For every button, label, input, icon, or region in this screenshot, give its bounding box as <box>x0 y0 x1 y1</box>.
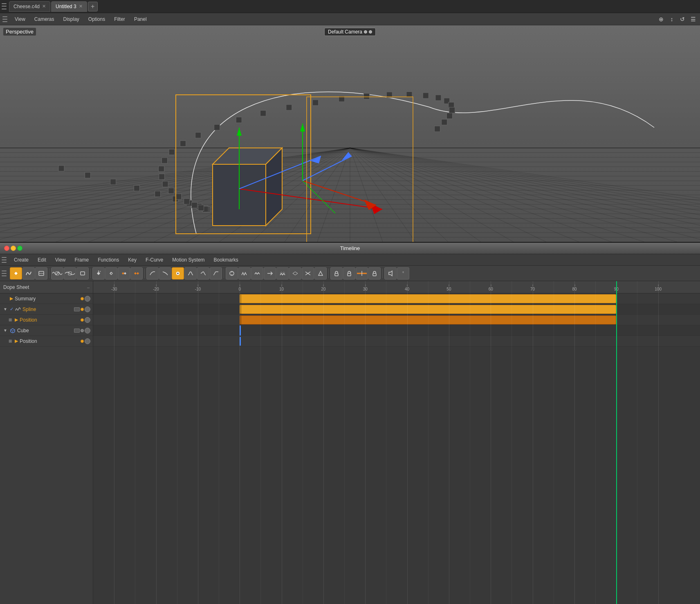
cube-pos-checkbox[interactable] <box>85 338 90 344</box>
toolbar-scale-btn[interactable] <box>289 267 301 280</box>
window-close-button[interactable] <box>4 246 9 251</box>
toolbar-smooth-btn[interactable] <box>197 267 209 280</box>
track-lane-cube[interactable] <box>93 325 700 336</box>
toolbar-motion-mode[interactable] <box>35 267 47 280</box>
toolbar-lock4-btn[interactable] <box>368 267 381 280</box>
viewport-menu-icon[interactable]: ☰ <box>689 15 698 24</box>
track-lane-cube-position[interactable] <box>93 336 700 347</box>
viewport-menu-filter[interactable]: Filter <box>110 15 129 23</box>
toolbar-group-curves2 <box>226 267 327 280</box>
toolbar-add-key4[interactable] <box>130 267 143 280</box>
toolbar-continue-btn[interactable] <box>264 267 276 280</box>
spline-position-expand[interactable]: ⊞ <box>7 317 13 323</box>
track-row-cube[interactable]: ▼ Cube <box>0 325 93 336</box>
spline-checkbox[interactable] <box>85 306 90 312</box>
ruler-tick-0: 0 <box>238 287 241 291</box>
viewport-menu-cameras[interactable]: Cameras <box>30 15 58 23</box>
tab-untitled3[interactable]: Untitled 3 ✕ <box>51 1 87 12</box>
track-lane-summary[interactable] <box>93 293 700 304</box>
ruler-tick--10: -10 <box>195 287 201 291</box>
toolbar-audio-btn[interactable] <box>384 267 397 280</box>
keyframe-block[interactable] <box>240 305 616 314</box>
cube-expand[interactable]: ▼ <box>2 328 8 333</box>
tab-cheese-close[interactable]: ✕ <box>42 4 46 9</box>
track-row-cube-position[interactable]: ⊞ ▶ Position <box>0 336 93 347</box>
spline-expand[interactable]: ▼ <box>2 306 8 312</box>
keyframe-block-blue2[interactable] <box>240 325 241 336</box>
toolbar-ease2-btn[interactable] <box>159 267 171 280</box>
toolbar-degrees-btn[interactable]: ° <box>397 267 409 280</box>
toolbar-triangle-btn[interactable] <box>314 267 327 280</box>
ruler-tick-100: 100 <box>655 287 662 291</box>
timeline-menu-frame[interactable]: Frame <box>71 256 93 264</box>
toolbar-lock1-btn[interactable] <box>330 267 343 280</box>
cube-position-expand[interactable]: ⊞ <box>7 338 13 344</box>
viewport-canvas <box>0 25 700 242</box>
tab-untitled3-close[interactable]: ✕ <box>79 4 83 9</box>
camera-label-text: Default Camera <box>328 29 362 35</box>
cube-position-track-name: Position <box>20 338 79 344</box>
viewport-menu-panel[interactable]: Panel <box>130 15 151 23</box>
timeline-ruler[interactable]: -30-20-100102030405060708090100 <box>93 281 700 293</box>
timeline-menu-key[interactable]: Key <box>124 256 141 264</box>
viewport-scale-icon[interactable]: ↕ <box>667 15 676 24</box>
toolbar-relative-btn[interactable] <box>276 267 289 280</box>
viewport-menu-display[interactable]: Display <box>59 15 83 23</box>
toolbar-lock2-btn[interactable] <box>343 267 355 280</box>
toolbar-add-key3[interactable] <box>118 267 130 280</box>
toolbar-add-key2[interactable]: + <box>105 267 117 280</box>
track-row-spline-position[interactable]: ⊞ ▶ Position <box>0 315 93 325</box>
viewport-rotate-icon[interactable]: ↺ <box>678 15 687 24</box>
viewport-3d[interactable]: Perspective Default Camera <box>0 25 700 242</box>
toolbar-clamp2-btn[interactable] <box>302 267 314 280</box>
keyframe-block[interactable] <box>240 294 616 303</box>
keyframe-block[interactable] <box>240 315 616 324</box>
timeline-title: Timeline <box>340 245 360 251</box>
track-row-summary[interactable]: ▶ Summary <box>0 293 93 304</box>
svg-rect-16 <box>373 273 376 276</box>
summary-expand[interactable] <box>2 296 8 302</box>
toolbar-pingpong-btn[interactable] <box>238 267 251 280</box>
timeline-menu-bookmarks[interactable]: Bookmarks <box>210 256 242 264</box>
add-tab-button[interactable]: + <box>88 2 98 11</box>
toolbar-fcurve-mode[interactable] <box>22 267 35 280</box>
timeline-menu-view[interactable]: View <box>51 256 70 264</box>
toolbar-cyclic-btn[interactable] <box>226 267 238 280</box>
toolbar-offset-btn[interactable] <box>251 267 263 280</box>
toolbar-wave-btn1[interactable] <box>51 267 63 280</box>
track-row-spline[interactable]: ▼ ✓ Spline <box>0 304 93 315</box>
ruler-tick-70: 70 <box>530 287 535 291</box>
key-tick <box>240 295 241 300</box>
toolbar-add-key[interactable]: + <box>92 267 105 280</box>
timeline-toolbar: + + <box>0 266 700 281</box>
tab-cheese[interactable]: Cheese.c4d ✕ <box>9 1 50 12</box>
cube-checkbox[interactable] <box>85 328 90 333</box>
toolbar-group-wave <box>51 267 89 280</box>
window-maximize-button[interactable] <box>17 246 22 251</box>
toolbar-step-btn[interactable] <box>184 267 197 280</box>
summary-checkbox[interactable] <box>85 296 90 302</box>
timeline-menu-create[interactable]: Create <box>10 256 33 264</box>
timeline-menu-edit[interactable]: Edit <box>34 256 50 264</box>
viewport-menu-options[interactable]: Options <box>84 15 109 23</box>
timeline-menu-functions[interactable]: Functions <box>94 256 123 264</box>
toolbar-lock3-btn[interactable] <box>356 267 368 280</box>
viewport-move-icon[interactable]: ⊕ <box>657 15 666 24</box>
toolbar-rect-btn[interactable] <box>76 267 89 280</box>
toolbar-keyframe-mode[interactable] <box>10 267 22 280</box>
timeline-menu-motion-system[interactable]: Motion System <box>168 256 209 264</box>
viewport-menu-view[interactable]: View <box>11 15 29 23</box>
track-lane-spline-position[interactable] <box>93 315 700 325</box>
timeline-menu-fcurve[interactable]: F-Curve <box>141 256 167 264</box>
spline-pos-checkbox[interactable] <box>85 317 90 323</box>
toolbar-clamp-btn[interactable] <box>210 267 222 280</box>
track-lane-spline[interactable] <box>93 304 700 315</box>
window-minimize-button[interactable] <box>11 246 16 251</box>
keyframe-block-blue[interactable] <box>240 337 241 346</box>
camera-indicator2 <box>369 30 372 34</box>
toolbar-wave-btn2[interactable] <box>64 267 76 280</box>
track-content-panel[interactable]: -30-20-100102030405060708090100 <box>93 281 700 604</box>
timeline-menubar-grip <box>2 256 7 264</box>
toolbar-linear-btn[interactable] <box>172 267 184 280</box>
toolbar-ease-btn[interactable] <box>146 267 159 280</box>
